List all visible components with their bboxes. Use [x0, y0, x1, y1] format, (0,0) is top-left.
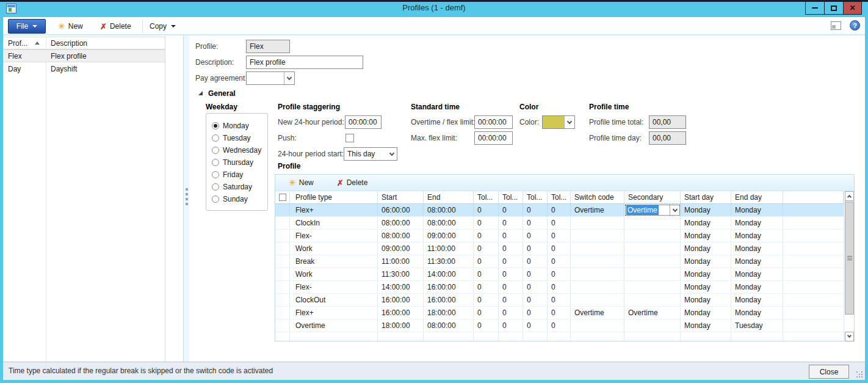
cell-switch-code[interactable]: Overtime	[571, 204, 624, 216]
cell-tol1[interactable]: 0	[474, 230, 499, 242]
cell-end-day[interactable]: Monday	[731, 294, 783, 306]
cell-secondary[interactable]	[624, 255, 681, 268]
dropdown-button[interactable]	[564, 116, 574, 128]
cell-end[interactable]: 16:00:00	[424, 294, 474, 306]
cell-start[interactable]: 09:00:00	[378, 243, 424, 255]
profile-list-cell-profile[interactable]: Day	[3, 65, 46, 73]
cell-profile-type[interactable]: Flex+	[290, 307, 378, 319]
cell-tol1[interactable]: 0	[474, 217, 499, 229]
row-select-cell[interactable]	[275, 268, 290, 280]
cell-tol2[interactable]: 0	[499, 319, 523, 332]
cell-tol4[interactable]: 0	[548, 281, 571, 293]
cell-end-day[interactable]: Monday	[731, 281, 783, 293]
cell-switch-code[interactable]	[571, 230, 624, 242]
row-select-cell[interactable]	[275, 204, 290, 216]
profile-list-cell-description[interactable]: Dayshift	[46, 65, 165, 73]
row-select-cell[interactable]	[275, 255, 290, 268]
dropdown-button[interactable]	[670, 204, 680, 216]
general-section-title[interactable]: General	[208, 89, 236, 98]
panel-splitter[interactable]	[183, 35, 189, 362]
close-window-button[interactable]: ✕	[843, 1, 862, 15]
cell-tol4[interactable]: 0	[548, 268, 571, 280]
copy-menu-button[interactable]: Copy	[147, 20, 178, 33]
profile-grid-row[interactable]: Break 11:00:00 11:30:00 0 0 0 0 Monday M…	[275, 255, 844, 268]
dropdown-button[interactable]	[386, 148, 397, 160]
cell-end-day[interactable]: Monday	[731, 307, 783, 319]
cell-profile-type[interactable]: Overtime	[290, 319, 378, 332]
cell-end[interactable]: 08:00:00	[424, 217, 474, 229]
close-button[interactable]: Close	[809, 365, 849, 379]
cell-switch-code[interactable]	[571, 319, 624, 332]
dropdown-button[interactable]	[284, 72, 294, 84]
cell-tol4[interactable]: 0	[548, 243, 571, 255]
column-header-description[interactable]: Description	[46, 39, 165, 48]
push-checkbox[interactable]	[345, 134, 354, 142]
profile-grid-row[interactable]: Flex+ 06:00:00 08:00:00 0 0 0 0 Overtime…	[275, 204, 844, 217]
cell-tol1[interactable]: 0	[474, 243, 499, 255]
row-select-cell[interactable]	[275, 230, 290, 242]
cell-tol4[interactable]: 0	[548, 217, 571, 229]
max-flex-limit-field[interactable]: 00:00:00	[474, 131, 513, 145]
cell-end-day[interactable]: Monday	[731, 230, 783, 242]
cell-start[interactable]: 08:00:00	[378, 217, 424, 229]
cell-secondary[interactable]	[624, 268, 681, 280]
cell-end[interactable]: 08:00:00	[424, 319, 474, 332]
cell-tol4[interactable]: 0	[548, 255, 571, 268]
cell-switch-code[interactable]	[571, 217, 624, 229]
resize-grip[interactable]	[856, 371, 863, 378]
radio-button-icon[interactable]	[212, 195, 219, 203]
row-select-cell[interactable]	[275, 243, 290, 255]
cell-start-day[interactable]: Monday	[681, 268, 731, 280]
cell-profile-type[interactable]: Flex+	[290, 204, 378, 216]
select-all-cell[interactable]	[275, 191, 290, 203]
weekday-radio-option[interactable]: Sunday	[212, 193, 267, 205]
cell-tol3[interactable]: 0	[523, 281, 548, 293]
cell-tol1[interactable]: 0	[474, 204, 499, 216]
cell-end-day[interactable]: Monday	[731, 217, 783, 229]
profile-grid-row[interactable]: ClockIn 08:00:00 08:00:00 0 0 0 0 Monday…	[275, 217, 844, 230]
cell-profile-type[interactable]: Flex-	[290, 230, 378, 242]
overtime-flex-limit-field[interactable]: 00:00:00	[474, 115, 513, 129]
cell-end[interactable]: 14:00:00	[424, 268, 474, 280]
column-header-profile-type[interactable]: Profile type	[290, 191, 378, 203]
row-select-cell[interactable]	[275, 319, 290, 332]
cell-tol2[interactable]: 0	[499, 255, 523, 268]
cell-end[interactable]: 11:00:00	[424, 243, 474, 255]
cell-switch-code[interactable]	[571, 281, 624, 293]
titlebar[interactable]: Profiles (1 - demf) ✕	[0, 2, 868, 17]
column-header-tol4[interactable]: Tol...	[548, 191, 571, 203]
cell-end[interactable]: 09:00:00	[424, 230, 474, 242]
profile-grid-row[interactable]: Flex- 08:00:00 09:00:00 0 0 0 0 Monday M…	[275, 230, 844, 243]
column-header-profile[interactable]: Prof...	[3, 39, 46, 48]
cell-end[interactable]: 08:00:00	[424, 204, 474, 216]
weekday-radio-option[interactable]: Friday	[212, 169, 267, 181]
profile-grid-row[interactable]: Flex- 14:00:00 16:00:00 0 0 0 0 Monday M…	[275, 281, 844, 294]
weekday-radio-option[interactable]: Thursday	[212, 156, 267, 169]
cell-secondary[interactable]: Overtime	[624, 204, 681, 216]
cell-tol3[interactable]: 0	[523, 255, 548, 268]
scrollbar-thumb[interactable]	[845, 202, 854, 315]
cell-start[interactable]: 18:00:00	[378, 319, 424, 332]
cell-start-day[interactable]: Monday	[681, 281, 731, 293]
column-header-end-day[interactable]: End day	[731, 191, 783, 203]
cell-start-day[interactable]: Monday	[681, 243, 731, 255]
cell-tol4[interactable]: 0	[548, 307, 571, 319]
color-dropdown[interactable]	[542, 115, 575, 129]
cell-start[interactable]: 14:00:00	[378, 281, 424, 293]
cell-start-day[interactable]: Monday	[681, 230, 731, 242]
row-select-cell[interactable]	[275, 217, 290, 229]
cell-profile-type[interactable]: Work	[290, 243, 378, 255]
row-select-cell[interactable]	[275, 294, 290, 306]
cell-tol2[interactable]: 0	[499, 281, 523, 293]
pay-agreement-dropdown[interactable]	[246, 71, 295, 85]
cell-start-day[interactable]: Monday	[681, 217, 731, 229]
cell-profile-type[interactable]: ClockIn	[290, 217, 378, 229]
cell-tol2[interactable]: 0	[499, 230, 523, 242]
radio-button-icon[interactable]	[212, 171, 219, 178]
cell-secondary[interactable]	[624, 319, 681, 332]
minimize-button[interactable]	[805, 1, 824, 15]
new-period-field[interactable]: 00:00:00	[345, 115, 382, 129]
column-header-secondary[interactable]: Secondary	[624, 191, 681, 203]
cell-tol4[interactable]: 0	[548, 294, 571, 306]
radio-button-icon[interactable]	[212, 183, 219, 191]
